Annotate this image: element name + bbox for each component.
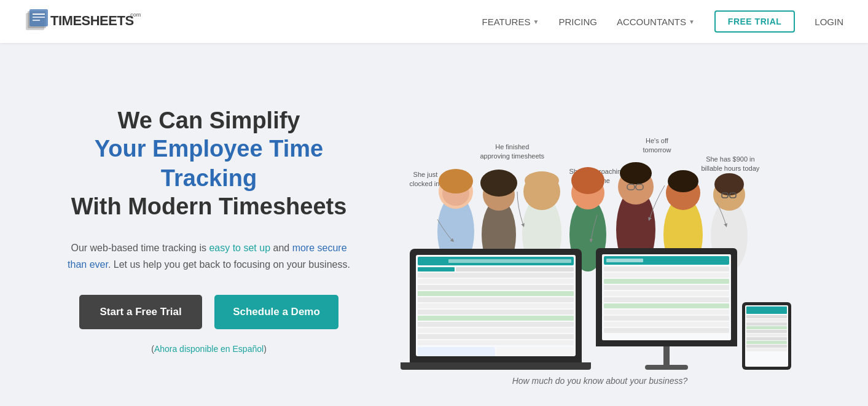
- nav-links: FEATURES ▼ PRICING ACCOUNTANTS ▼ FREE TR…: [482, 10, 843, 33]
- svg-point-32: [714, 173, 744, 195]
- hero-title-line3: With Modern Timesheets: [61, 193, 356, 221]
- svg-point-17: [525, 171, 559, 190]
- svg-point-29: [668, 170, 698, 192]
- svg-point-11: [439, 169, 473, 193]
- monitor-device: [596, 248, 737, 370]
- nav-pricing[interactable]: PRICING: [558, 17, 597, 27]
- start-trial-button[interactable]: Start a Free Trial: [79, 295, 202, 329]
- hero-title-line1: We Can Simplify: [61, 107, 356, 135]
- logo[interactable]: TIMESHEETS .com: [25, 6, 147, 38]
- nav-free-trial-button[interactable]: FREE TRIAL: [714, 10, 795, 33]
- hero-buttons: Start a Free Trial Schedule a Demo: [61, 295, 356, 329]
- features-chevron-icon: ▼: [533, 18, 539, 25]
- nav-login[interactable]: LOGIN: [815, 17, 843, 27]
- navbar: TIMESHEETS .com FEATURES ▼ PRICING ACCOU…: [0, 0, 868, 43]
- svg-text:.com: .com: [129, 12, 141, 18]
- hero-description: Our web-based time tracking is easy to s…: [61, 240, 356, 273]
- laptop-device: [410, 249, 591, 370]
- hero-right: She justclocked in. He finishedapproving…: [381, 75, 819, 386]
- hero-caption: How much do you know about your business…: [512, 376, 688, 386]
- tablet-device: [742, 302, 791, 370]
- svg-rect-2: [29, 9, 48, 26]
- hero-title-line2: Your Employee Time Tracking: [61, 135, 356, 193]
- easy-setup-link[interactable]: easy to set up: [209, 243, 270, 253]
- svg-point-14: [480, 170, 517, 197]
- schedule-demo-button[interactable]: Schedule a Demo: [214, 295, 338, 329]
- hero-left: We Can Simplify Your Employee Time Track…: [61, 107, 356, 354]
- accountants-chevron-icon: ▼: [689, 18, 695, 25]
- hero-image-area: She justclocked in. He finishedapproving…: [410, 75, 791, 370]
- logo-icon: TIMESHEETS .com: [25, 6, 147, 34]
- svg-text:TIMESHEETS: TIMESHEETS: [50, 13, 134, 28]
- hero-section: We Can Simplify Your Employee Time Track…: [0, 43, 868, 405]
- spanish-link[interactable]: Ahora disponible en Español: [154, 344, 264, 354]
- nav-features[interactable]: FEATURES ▼: [482, 17, 539, 27]
- svg-point-20: [571, 167, 604, 194]
- devices-area: [410, 248, 791, 370]
- hero-spanish: (Ahora disponible en Español): [61, 344, 356, 354]
- nav-accountants[interactable]: ACCOUNTANTS ▼: [617, 17, 695, 27]
- logo-text: TIMESHEETS .com: [25, 6, 147, 38]
- svg-point-23: [620, 162, 652, 184]
